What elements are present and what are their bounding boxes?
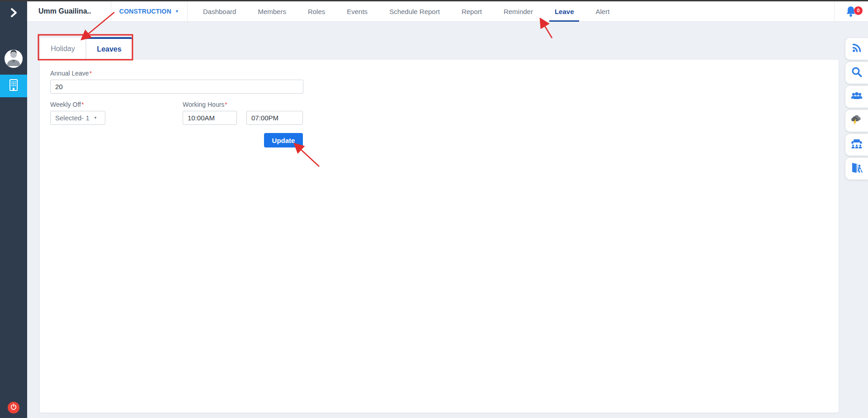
annual-leave-field-group: Annual Leave* <box>50 70 303 94</box>
nav-item-schedule-report[interactable]: Schedule Report <box>378 1 451 21</box>
required-asterisk: * <box>90 70 92 77</box>
working-hours-start-input[interactable] <box>183 111 237 125</box>
weekly-off-label: Weekly Off* <box>50 101 105 108</box>
tab-leaves[interactable]: Leaves <box>86 37 132 60</box>
rail-button-weather[interactable] <box>845 110 868 132</box>
working-hours-end-input[interactable] <box>246 111 303 125</box>
nav-item-members[interactable]: Members <box>247 1 297 21</box>
required-asterisk: * <box>81 101 84 108</box>
annotation-arrow-leave <box>541 20 552 38</box>
notification-count-badge: 0 <box>854 6 863 15</box>
tab-holiday[interactable]: Holiday <box>40 37 86 60</box>
annual-leave-label: Annual Leave* <box>50 70 303 77</box>
nav-item-leave[interactable]: Leave <box>544 1 585 21</box>
annual-leave-input[interactable] <box>50 80 303 94</box>
weather-storm-icon <box>850 114 863 128</box>
project-selector[interactable]: CONSTRUCTION ▼ <box>111 1 188 21</box>
working-hours-label: Working Hours* <box>183 101 303 108</box>
rail-button-meeting[interactable] <box>845 134 868 156</box>
logout-power-button[interactable] <box>8 402 19 413</box>
sidebar-expand-button[interactable] <box>6 6 21 21</box>
rail-button-search[interactable] <box>845 62 868 84</box>
org-title: Umm Guailina.. <box>27 1 111 21</box>
user-avatar[interactable] <box>5 50 23 68</box>
weekly-off-selected-value: Selected- 1 <box>55 114 90 122</box>
power-icon <box>10 404 17 412</box>
window-top-strip <box>0 0 868 1</box>
top-bar: Umm Guailina.. CONSTRUCTION ▼ Dashboard … <box>27 1 868 22</box>
search-icon <box>851 66 863 80</box>
required-asterisk: * <box>225 101 227 108</box>
avatar-person-icon <box>5 50 23 68</box>
leaves-panel: Annual Leave* Weekly Off* Selected- 1 ▼ … <box>40 60 839 413</box>
nav-item-reminder[interactable]: Reminder <box>493 1 544 21</box>
weekly-off-select[interactable]: Selected- 1 ▼ <box>50 111 105 125</box>
building-icon <box>7 78 20 94</box>
left-sidebar <box>0 0 27 418</box>
nav-item-alert[interactable]: Alert <box>585 1 620 21</box>
chevron-right-icon <box>9 7 19 20</box>
working-hours-field-group: Working Hours* <box>183 101 303 125</box>
rss-feed-icon <box>851 42 863 56</box>
leave-tabs: Holiday Leaves <box>40 37 132 60</box>
nav-item-report[interactable]: Report <box>451 1 493 21</box>
chevron-down-icon: ▼ <box>94 116 97 120</box>
notifications-button[interactable]: 0 <box>834 1 868 22</box>
project-selector-label: CONSTRUCTION <box>119 8 171 15</box>
sidebar-item-company[interactable] <box>0 75 27 97</box>
update-button[interactable]: Update <box>264 133 303 147</box>
nav-item-dashboard[interactable]: Dashboard <box>192 1 247 21</box>
nav-item-events[interactable]: Events <box>336 1 378 21</box>
meeting-icon <box>850 138 863 152</box>
rail-button-users[interactable] <box>845 86 868 108</box>
users-group-icon <box>850 90 863 104</box>
caret-down-icon: ▼ <box>175 9 179 14</box>
weekly-off-field-group: Weekly Off* Selected- 1 ▼ <box>50 101 105 125</box>
main-nav: Dashboard Members Roles Events Schedule … <box>192 1 620 21</box>
exit-door-icon <box>850 162 863 176</box>
rail-button-exit[interactable] <box>845 158 868 180</box>
rail-button-feed[interactable] <box>845 38 868 60</box>
right-rail <box>845 38 868 180</box>
nav-item-roles[interactable]: Roles <box>297 1 336 21</box>
